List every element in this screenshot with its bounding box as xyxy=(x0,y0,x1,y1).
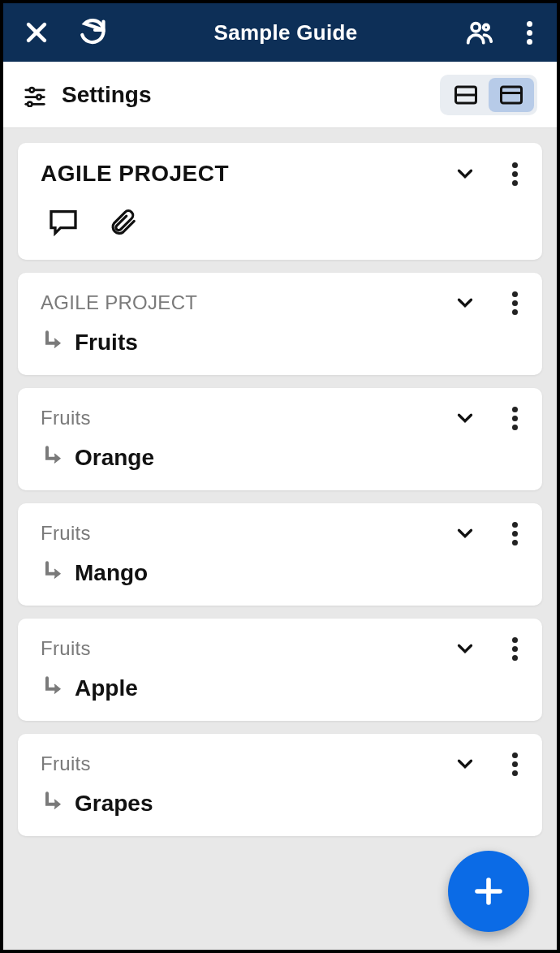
view-toggle-card[interactable] xyxy=(489,78,534,112)
content-area: AGILE PROJECT AGILE PROJECT xyxy=(3,128,557,950)
svg-point-2 xyxy=(472,24,480,32)
item-name: Grapes xyxy=(75,791,153,817)
filter-settings-icon[interactable] xyxy=(23,83,47,107)
item-card[interactable]: Fruits Apple xyxy=(18,619,542,721)
view-toggle-list[interactable] xyxy=(443,78,489,112)
chevron-down-icon[interactable] xyxy=(453,291,477,315)
parent-label: Fruits xyxy=(41,752,453,775)
chevron-down-icon[interactable] xyxy=(453,162,477,186)
item-card[interactable]: Fruits Orange xyxy=(18,388,542,490)
sub-arrow-icon xyxy=(41,789,67,818)
sub-arrow-icon xyxy=(41,558,67,588)
item-name: Fruits xyxy=(75,330,138,356)
people-icon[interactable] xyxy=(464,17,495,48)
parent-label: AGILE PROJECT xyxy=(41,291,453,314)
item-card[interactable]: Fruits Grapes xyxy=(18,734,542,836)
chevron-down-icon[interactable] xyxy=(453,636,477,661)
page-title: Sample Guide xyxy=(107,20,464,45)
item-card[interactable]: Fruits Mango xyxy=(18,503,542,606)
item-name: Mango xyxy=(75,560,148,586)
svg-point-7 xyxy=(37,94,41,99)
sub-arrow-icon xyxy=(41,443,67,472)
chevron-down-icon[interactable] xyxy=(453,406,477,430)
add-fab-button[interactable] xyxy=(448,851,529,932)
attachment-icon[interactable] xyxy=(107,207,138,238)
card-menu-icon[interactable] xyxy=(506,291,523,315)
parent-label: Fruits xyxy=(41,637,453,660)
project-title: AGILE PROJECT xyxy=(41,161,453,187)
item-name: Orange xyxy=(75,445,154,471)
top-bar: Sample Guide xyxy=(3,3,557,62)
item-card[interactable]: AGILE PROJECT Fruits xyxy=(18,273,542,375)
sub-arrow-icon xyxy=(41,674,67,703)
project-card[interactable]: AGILE PROJECT xyxy=(18,143,542,260)
comment-icon[interactable] xyxy=(47,206,80,239)
sub-arrow-icon xyxy=(41,328,67,357)
sub-bar: Settings xyxy=(3,62,557,128)
chevron-down-icon[interactable] xyxy=(453,752,477,776)
svg-rect-12 xyxy=(502,87,522,103)
card-menu-icon[interactable] xyxy=(506,522,523,545)
parent-label: Fruits xyxy=(41,407,453,429)
card-menu-icon[interactable] xyxy=(506,162,523,186)
overflow-menu-icon[interactable] xyxy=(521,21,537,45)
close-icon[interactable] xyxy=(23,19,50,46)
item-name: Apple xyxy=(75,675,138,701)
chevron-down-icon[interactable] xyxy=(453,521,477,545)
svg-point-9 xyxy=(28,101,32,106)
parent-label: Fruits xyxy=(41,522,453,545)
svg-point-5 xyxy=(30,88,35,93)
svg-point-3 xyxy=(484,25,489,30)
card-menu-icon[interactable] xyxy=(506,752,523,776)
refresh-icon[interactable] xyxy=(78,18,107,47)
card-menu-icon[interactable] xyxy=(506,407,523,430)
view-toggle xyxy=(440,75,537,115)
settings-label: Settings xyxy=(62,82,151,108)
card-menu-icon[interactable] xyxy=(506,637,523,661)
